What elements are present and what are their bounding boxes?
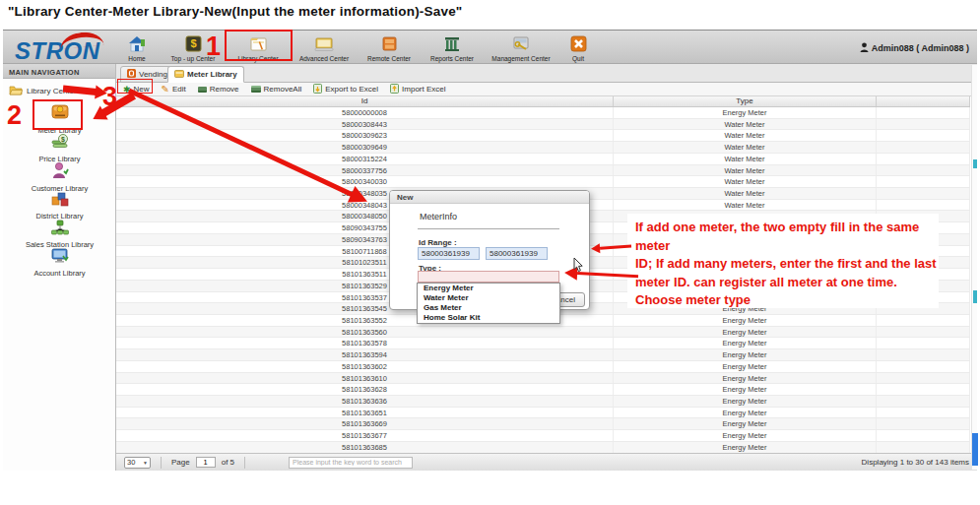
nav-item-home[interactable]: Home [113,33,161,62]
id-from-input[interactable] [418,247,480,260]
table-row[interactable]: 58101363651 Energy Meter [116,408,970,419]
dialog-title[interactable]: New [390,191,589,204]
annotation-arrow-to-new [63,89,97,93]
remove-icon [198,87,207,93]
cell-type: Energy Meter [614,373,877,384]
sidebar-item-label: Account Library [3,269,116,278]
tab-meter-library[interactable]: Meter Library [167,66,244,83]
meterinfo-legend: MeterInfo [420,212,457,221]
edit-button[interactable]: ✎ Edit [162,85,186,94]
dropdown-option-water-meter[interactable]: Water Meter [418,293,559,303]
table-row[interactable]: 58101363602 Energy Meter [116,361,970,373]
cell-id: 58101363578 [116,338,614,348]
annotation-rect-meter-library [33,99,83,130]
remove-all-button[interactable]: RemoveAll [251,85,302,94]
cell-id: 58101363610 [116,373,614,384]
table-row[interactable]: 58000308443 Water Meter [116,119,970,131]
top-navbar: STRON Home $ Top - up Center Library C [3,30,977,64]
nav-item-remote-center[interactable]: Remote Center [358,33,421,62]
cell-type: Energy Meter [614,327,877,338]
column-header-type[interactable]: Type [614,96,877,106]
cell-id: 58000337756 [116,165,614,176]
type-dropdown-list: Energy Meter Water Meter Gas Meter Home … [417,283,560,324]
table-row[interactable]: 58101363594 Energy Meter [116,349,970,361]
scrollbar-thumb[interactable] [972,433,978,466]
user-icon [860,42,869,54]
table-row[interactable]: 58000309623 Water Meter [116,130,970,142]
id-to-input[interactable] [486,247,548,260]
sidebar-item-sales-station-library[interactable]: Sales Station Library [3,219,116,249]
cell-type: Water Meter [614,142,877,153]
table-row[interactable]: 58101363628 Energy Meter [116,384,970,396]
table-row[interactable]: 58000000008 Energy Meter [116,107,970,119]
table-row[interactable]: 58000315224 Water Meter [116,154,970,165]
search-input[interactable] [289,457,413,469]
cell-type: Energy Meter [614,361,877,372]
column-header-id[interactable]: Id [116,96,614,106]
vertical-scrollbar[interactable] [971,65,977,470]
nav-item-quit[interactable]: Quit [558,33,598,62]
export-to-excel-button[interactable]: Export to Excel [313,84,378,95]
cell-id: 58000340030 [116,176,614,187]
nav-item-advanced-center[interactable]: Advanced Center [291,33,358,62]
annotation-step-1: 1 [206,33,221,60]
quit-icon [567,34,589,53]
svg-text:$: $ [190,37,196,49]
cell-type: Energy Meter [614,442,877,453]
cell-type: Energy Meter [614,315,877,326]
cell-type: Energy Meter [614,408,877,418]
sidebar-item-account-library[interactable]: Account Library [3,247,116,278]
table-row[interactable]: 58101363610 Energy Meter [116,373,970,385]
table-row[interactable]: 58101363560 Energy Meter [116,327,970,339]
sales-station-library-icon [50,219,70,239]
table-row[interactable]: 58000340030 Water Meter [116,176,970,188]
customer-library-icon [50,161,70,183]
dropdown-option-energy-meter[interactable]: Energy Meter [418,284,559,293]
user-name: Admin088 ( Admin088 ) [872,43,969,53]
management-center-icon [510,34,532,53]
home-icon [126,34,148,53]
cell-id: 58101363685 [116,442,614,453]
annotation-rect-library-center [225,30,293,61]
scroll-mark [973,159,977,168]
table-row[interactable]: 58101363578 Energy Meter [116,338,970,349]
sidebar-item-customer-library[interactable]: Customer Library [3,161,116,193]
meter-library-tab-icon [174,69,184,80]
cell-type: Energy Meter [614,338,877,348]
page-title: "Library Center-Meter Library-New(Input … [8,4,462,19]
nav-item-management-center[interactable]: Management Center [484,33,558,62]
type-select[interactable] [418,271,559,283]
page-label: Page [171,458,190,467]
table-row[interactable]: 58101363669 Energy Meter [116,418,970,430]
sidebar-item-district-library[interactable]: District Library [3,190,116,221]
advanced-center-icon [313,34,335,53]
dropdown-option-gas-meter[interactable]: Gas Meter [418,303,559,313]
app-window: "Library Center-Meter Library-New(Input … [0,0,980,505]
cell-type: Energy Meter [614,430,877,441]
table-row[interactable]: 58101363677 Energy Meter [116,430,970,442]
page-number-input[interactable] [196,457,216,468]
table-header[interactable]: Id Type [116,96,970,107]
reports-center-icon [441,34,463,53]
nav-item-reports-center[interactable]: Reports Center [421,33,484,62]
dropdown-option-home-solar-kit[interactable]: Home Solar Kit [418,313,559,323]
import-excel-button[interactable]: Import Excel [390,84,445,95]
sidebar-item-price-library[interactable]: $ Price Library [3,133,116,163]
export-excel-icon [313,84,322,95]
annotation-note: If add one meter, the two empty fill in … [627,214,939,308]
remote-center-icon [378,34,400,53]
cell-type: Water Meter [614,188,877,199]
cell-id: 58101363669 [116,418,614,429]
annotation-step-3: 3 [102,84,117,110]
cell-type: Energy Meter [614,349,877,360]
cell-id: 58000309623 [116,130,614,141]
cell-id: 58101363594 [116,349,614,360]
table-row[interactable]: 58000337756 Water Meter [116,165,970,177]
user-account[interactable]: Admin088 ( Admin088 ) [860,42,969,54]
table-row[interactable]: 58101363685 Energy Meter [116,442,970,454]
account-library-icon [50,247,70,268]
top-up-center-icon: $ [182,34,204,53]
page-size-select[interactable]: 30 ▼ [124,457,151,469]
remove-button[interactable]: Remove [198,85,239,94]
table-row[interactable]: 58101363636 Energy Meter [116,396,970,408]
